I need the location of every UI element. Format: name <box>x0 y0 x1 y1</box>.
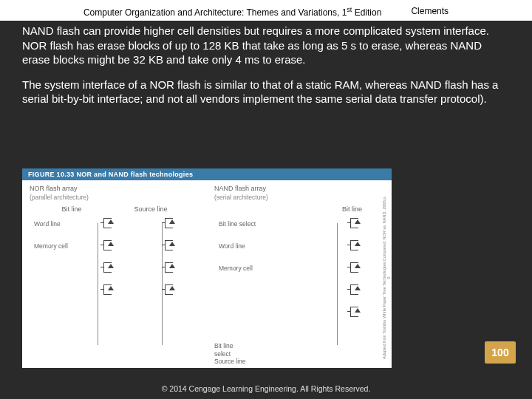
paragraph-2: The system interface of a NOR flash is s… <box>22 78 510 106</box>
transistor-icon <box>162 239 177 253</box>
page-number-badge: 100 <box>485 341 516 364</box>
bottom-labels: Bit line select Source line <box>214 342 246 365</box>
transistor-icon <box>162 216 177 231</box>
nor-flash-column: NOR flash array (parallel architecture) … <box>22 180 207 366</box>
transistor-icon <box>347 216 362 231</box>
word-line-label: Word line <box>34 220 77 228</box>
transistor-icon <box>100 283 115 298</box>
memory-cell-label: Memory cell <box>219 265 278 272</box>
paragraph-1: NAND flash can provide higher cell densi… <box>22 24 510 67</box>
transistor-icon <box>347 239 362 253</box>
nand-flash-column: NAND flash array (serial architecture) B… <box>207 180 392 366</box>
nand-title: NAND flash array <box>214 185 384 192</box>
copyright-footer: © 2014 Cengage Learning Engineering. All… <box>0 384 532 393</box>
transistor-icon <box>162 283 177 298</box>
transistor-icon <box>100 261 115 276</box>
transistor-icon <box>347 283 362 298</box>
nor-title: NOR flash array <box>30 185 200 192</box>
source-line-label: Source line <box>134 205 167 213</box>
bit-line-select-label: Bit line select <box>219 220 278 228</box>
author-name: Clements <box>411 6 449 18</box>
book-title: Computer Organization and Architecture: … <box>83 6 381 18</box>
bit-line-label: Bit line <box>61 205 81 213</box>
transistor-icon <box>347 261 362 276</box>
slide-header: Computer Organization and Architecture: … <box>0 0 532 21</box>
figure-caption: FIGURE 10.33 NOR and NAND flash technolo… <box>22 168 392 180</box>
nand-subtitle: (serial architecture) <box>214 194 384 201</box>
nor-subtitle: (parallel architecture) <box>30 194 200 201</box>
word-line-label: Word line <box>219 242 278 250</box>
bit-line-label: Bit line <box>342 205 362 213</box>
transistor-icon <box>162 261 177 276</box>
transistor-icon <box>347 305 362 320</box>
body-text: NAND flash can provide higher cell densi… <box>22 24 510 117</box>
figure-10-33: FIGURE 10.33 NOR and NAND flash technolo… <box>22 168 392 368</box>
transistor-icon <box>100 239 115 253</box>
transistor-icon <box>100 216 115 231</box>
figure-credit: Adapted from Toshiba White Paper Tree Te… <box>383 195 390 361</box>
memory-cell-label: Memory cell <box>34 242 77 250</box>
